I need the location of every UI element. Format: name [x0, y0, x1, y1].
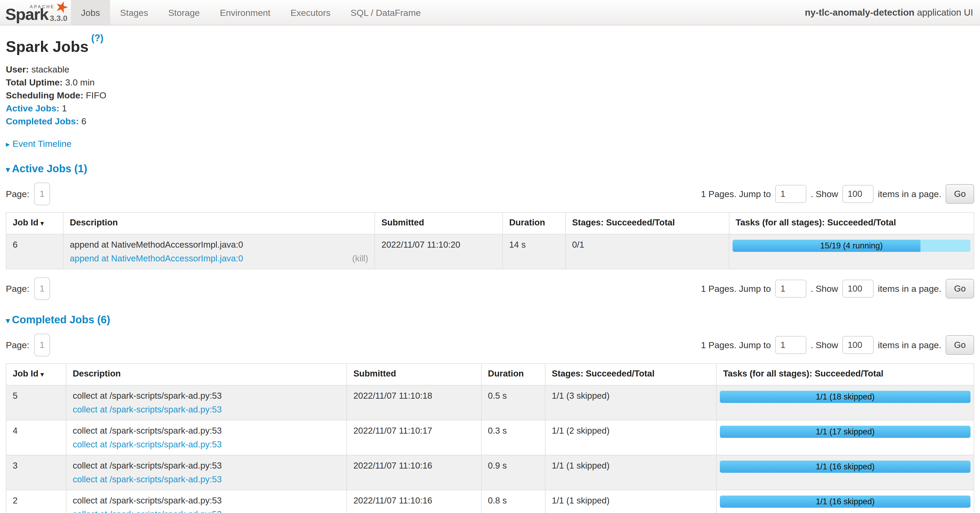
jump-to-input[interactable] [775, 336, 807, 354]
job-detail-link[interactable]: collect at /spark-scripts/spark-ad.py:53 [73, 405, 222, 414]
table-row: 2 collect at /spark-scripts/spark-ad.py:… [6, 490, 974, 513]
cell-submitted: 2022/11/07 11:10:17 [347, 420, 481, 455]
table-row: 5 collect at /spark-scripts/spark-ad.py:… [6, 385, 974, 420]
completed-jobs-link[interactable]: Completed Jobs: [6, 116, 79, 126]
completed-jobs-section-header[interactable]: ▾Completed Jobs (6) [6, 314, 974, 326]
cell-job-id: 2 [6, 490, 66, 513]
items-label: items in a page. [878, 284, 941, 294]
cell-submitted: 2022/11/07 11:10:16 [347, 490, 481, 513]
page-control: Page: [6, 334, 50, 356]
col-job-id[interactable]: Job Id▾ [6, 213, 63, 234]
col-duration[interactable]: Duration [503, 213, 566, 234]
pages-jump-label: 1 Pages. Jump to [701, 189, 771, 199]
navbar: APACHE Spark ★ 3.3.0 Jobs Stages Storage… [0, 0, 980, 25]
tab-environment[interactable]: Environment [210, 0, 280, 25]
task-progress-bar: 1/1 (17 skipped) [720, 426, 970, 438]
cell-tasks: 1/1 (16 skipped) [716, 490, 974, 513]
spark-logo[interactable]: APACHE Spark ★ 3.3.0 [0, 0, 71, 25]
summary-active-value: 1 [62, 103, 67, 113]
col-submitted[interactable]: Submitted [347, 364, 481, 385]
task-progress-bar: 1/1 (16 skipped) [720, 496, 970, 508]
show-label: . Show [811, 189, 838, 199]
col-stages[interactable]: Stages: Succeeded/Total [566, 213, 729, 234]
cell-submitted: 2022/11/07 11:10:20 [375, 234, 503, 269]
cell-tasks: 1/1 (17 skipped) [716, 420, 974, 455]
cell-job-id: 4 [6, 420, 66, 455]
kill-link[interactable]: (kill) [352, 253, 368, 264]
tab-executors[interactable]: Executors [280, 0, 340, 25]
tab-stages[interactable]: Stages [110, 0, 158, 25]
completed-table-header-row: Job Id▾ Description Submitted Duration S… [6, 364, 974, 385]
sort-desc-icon: ▾ [40, 219, 44, 227]
application-name: ny-tlc-anomaly-detection application UI [805, 7, 980, 18]
jump-to-input[interactable] [775, 185, 807, 203]
cell-duration: 0.5 s [481, 385, 545, 420]
job-detail-link[interactable]: append at NativeMethodAccessorImpl.java:… [70, 253, 243, 263]
active-table-header-row: Job Id▾ Description Submitted Duration S… [6, 213, 974, 234]
col-job-id-label: Job Id [13, 218, 38, 227]
cell-submitted: 2022/11/07 11:10:18 [347, 385, 481, 420]
active-jobs-section-header[interactable]: ▾Active Jobs (1) [6, 163, 974, 175]
col-tasks[interactable]: Tasks (for all stages): Succeeded/Total [716, 364, 974, 385]
col-job-id-label: Job Id [13, 368, 38, 378]
col-job-id[interactable]: Job Id▾ [6, 364, 66, 385]
cell-description: append at NativeMethodAccessorImpl.java:… [63, 234, 375, 269]
summary-scheduling-value: FIFO [86, 90, 106, 100]
job-detail-link[interactable]: collect at /spark-scripts/spark-ad.py:53 [73, 474, 222, 484]
tab-sql-dataframe[interactable]: SQL / DataFrame [340, 0, 431, 25]
task-progress-bar: 1/1 (18 skipped) [720, 391, 970, 403]
event-timeline-toggle[interactable]: ▸Event Timeline [6, 139, 974, 149]
page-label: Page: [6, 189, 29, 199]
cell-stages: 1/1 (3 skipped) [545, 385, 716, 420]
task-progress-bar: 15/19 (4 running) [733, 240, 970, 252]
jump-to-input[interactable] [775, 280, 807, 298]
page-number-input[interactable] [34, 334, 50, 356]
job-detail-link[interactable]: collect at /spark-scripts/spark-ad.py:53 [73, 509, 222, 513]
jump-control: 1 Pages. Jump to . Show items in a page.… [701, 279, 974, 299]
task-progress-label: 1/1 (16 skipped) [720, 461, 970, 473]
page-label: Page: [6, 340, 29, 350]
summary-completed-value: 6 [81, 116, 86, 126]
page-title: Spark Jobs(?) [6, 38, 974, 55]
summary-user-label: User: [6, 64, 29, 74]
cell-stages: 0/1 [566, 234, 729, 269]
help-link[interactable]: (?) [91, 33, 103, 43]
summary-uptime: Total Uptime: 3.0 min [6, 77, 974, 87]
table-row: 4 collect at /spark-scripts/spark-ad.py:… [6, 420, 974, 455]
page-title-text: Spark Jobs [6, 38, 89, 55]
summary-user: User: stackable [6, 64, 974, 75]
page-number-input[interactable] [34, 183, 50, 205]
task-progress-bar: 1/1 (16 skipped) [720, 461, 970, 473]
col-description[interactable]: Description [63, 213, 375, 234]
col-submitted[interactable]: Submitted [375, 213, 503, 234]
active-jobs-heading-label: Active Jobs (1) [12, 163, 88, 174]
cell-duration: 0.9 s [481, 455, 545, 490]
page-label: Page: [6, 284, 29, 294]
go-button[interactable]: Go [946, 184, 974, 204]
col-description[interactable]: Description [66, 364, 347, 385]
chevron-down-icon: ▾ [6, 316, 10, 325]
cell-job-id: 3 [6, 455, 66, 490]
cell-tasks: 1/1 (16 skipped) [716, 455, 974, 490]
cell-description: collect at /spark-scripts/spark-ad.py:53… [66, 420, 347, 455]
cell-job-id: 6 [6, 234, 63, 269]
description-text: collect at /spark-scripts/spark-ad.py:53 [73, 496, 340, 506]
table-row: 3 collect at /spark-scripts/spark-ad.py:… [6, 455, 974, 490]
col-tasks[interactable]: Tasks (for all stages): Succeeded/Total [729, 213, 974, 234]
go-button[interactable]: Go [946, 335, 974, 355]
col-duration[interactable]: Duration [481, 364, 545, 385]
page-number-input[interactable] [34, 277, 50, 300]
items-per-page-input[interactable] [842, 336, 873, 354]
pages-jump-label: 1 Pages. Jump to [701, 284, 771, 294]
active-jobs-link[interactable]: Active Jobs: [6, 103, 59, 113]
items-label: items in a page. [878, 189, 941, 199]
tab-jobs[interactable]: Jobs [71, 0, 110, 25]
tab-storage[interactable]: Storage [158, 0, 210, 25]
cell-job-id: 5 [6, 385, 66, 420]
items-per-page-input[interactable] [842, 185, 873, 203]
cell-stages: 1/1 (2 skipped) [545, 420, 716, 455]
job-detail-link[interactable]: collect at /spark-scripts/spark-ad.py:53 [73, 440, 222, 449]
col-stages[interactable]: Stages: Succeeded/Total [545, 364, 716, 385]
items-per-page-input[interactable] [842, 280, 873, 298]
go-button[interactable]: Go [946, 279, 974, 299]
